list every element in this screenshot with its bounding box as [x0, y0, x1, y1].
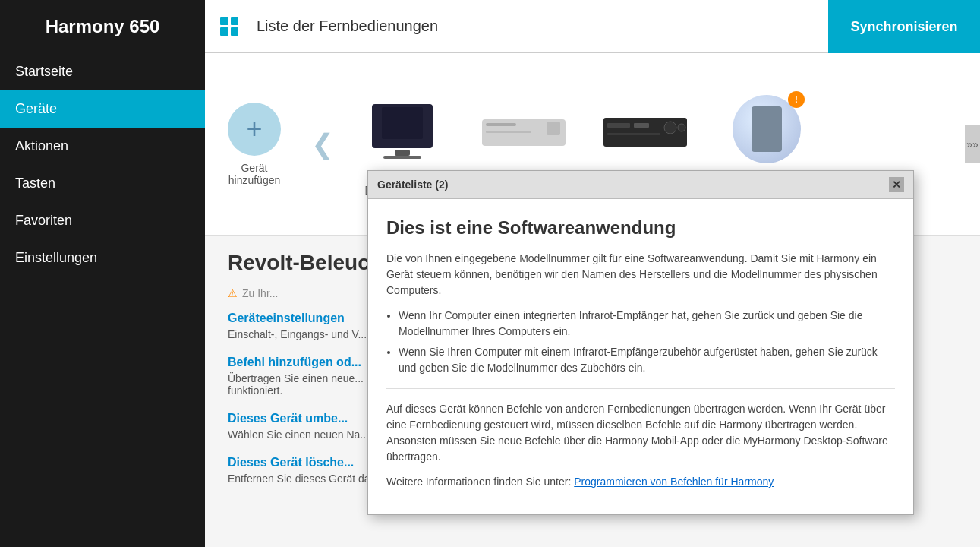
modal-bullet-1: Wenn Ihr Computer einen integrierten Inf…	[399, 308, 895, 340]
sidebar-item-favoriten[interactable]: Favoriten	[0, 202, 205, 239]
revolt-icon: !	[729, 91, 805, 163]
sidebar-item-startseite[interactable]: Startseite	[0, 53, 205, 90]
svg-point-11	[664, 122, 676, 134]
modal-headline: Dies ist eine Softwareanwendung	[386, 214, 895, 242]
sidebar-item-aktionen[interactable]: Aktionen	[0, 128, 205, 165]
sidebar-item-einstellungen[interactable]: Einstellungen	[0, 239, 205, 277]
add-device-button[interactable]: + Geräthinzufügen	[205, 68, 304, 220]
modal-more-info-prefix: Weitere Informationen finden Sie unter:	[386, 476, 574, 488]
modal-transfer-text: Auf dieses Gerät können Befehle von ande…	[386, 401, 895, 465]
modal-bullet-2: Wenn Sie Ihren Computer mit einem Infrar…	[399, 344, 895, 376]
sidebar-item-tasten[interactable]: Tasten	[0, 165, 205, 202]
sidebar-item-geraete[interactable]: Geräte	[0, 90, 205, 128]
modal-divider	[386, 388, 895, 389]
app-title: Harmony 650	[46, 16, 160, 37]
modal-close-button[interactable]: ✕	[889, 177, 904, 192]
modal-title: Geräteliste (2)	[377, 179, 448, 191]
modal-more-info-link[interactable]: Programmieren von Befehlen für Harmony	[574, 476, 774, 488]
svg-rect-2	[395, 150, 410, 156]
svg-rect-13	[607, 133, 660, 135]
app-title-area: Harmony 650	[0, 0, 205, 53]
svg-rect-5	[486, 123, 516, 126]
header-main: Liste der Fernbedienungen	[205, 0, 828, 53]
svg-rect-3	[383, 156, 421, 159]
svg-rect-10	[634, 123, 649, 128]
svg-rect-6	[486, 131, 531, 133]
bluray-icon	[482, 103, 566, 163]
receiver-icon	[603, 103, 687, 163]
modal-header: Geräteliste (2) ✕	[368, 171, 913, 199]
modal-dialog: Geräteliste (2) ✕ Dies ist eine Software…	[367, 170, 914, 515]
notice-text: Zu Ihr...	[242, 287, 278, 299]
add-device-label: Geräthinzufügen	[228, 162, 281, 186]
modal-intro: Die von Ihnen eingegebene Modellnummer g…	[386, 251, 895, 299]
modal-bullets: Wenn Ihr Computer einen integrierten Inf…	[399, 308, 895, 376]
right-panel-toggle[interactable]: »»	[965, 125, 980, 163]
svg-point-12	[678, 124, 685, 131]
modal-body: Dies ist eine Softwareanwendung Die von …	[368, 199, 913, 514]
header-title: Liste der Fernbedienungen	[257, 17, 438, 35]
sidebar: Startseite Geräte Aktionen Tasten Favori…	[0, 53, 205, 547]
add-circle-icon: +	[228, 103, 281, 156]
modal-more-info: Weitere Informationen finden Sie unter: …	[386, 474, 895, 490]
grid-icon	[220, 17, 247, 36]
revolt-badge: !	[788, 91, 805, 108]
sync-button[interactable]: Synchronisieren	[828, 0, 980, 53]
tv-icon	[361, 103, 444, 163]
nav-left-button[interactable]: ❮	[304, 68, 342, 220]
svg-rect-1	[382, 107, 423, 139]
svg-rect-7	[547, 122, 560, 135]
svg-rect-9	[607, 123, 630, 128]
